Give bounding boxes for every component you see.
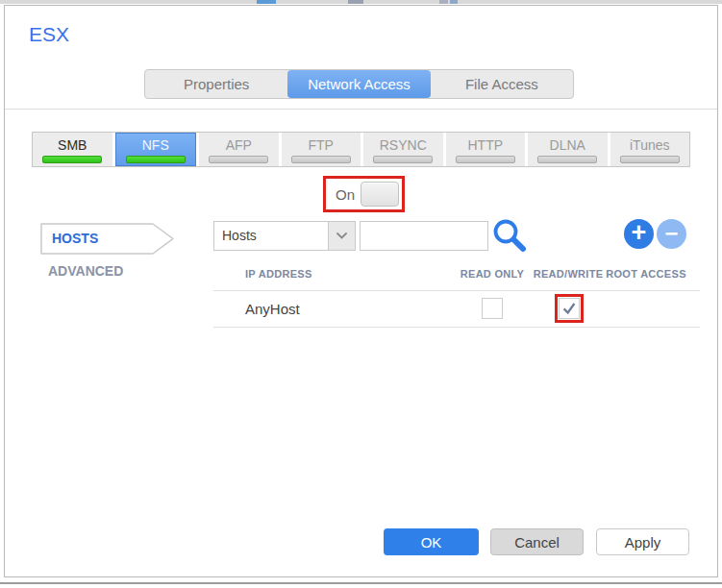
- page-title: ESX: [29, 23, 69, 46]
- minus-icon: −: [664, 222, 678, 245]
- dropdown-selected-value: Hosts: [222, 228, 257, 243]
- tab-itunes[interactable]: iTunes: [610, 133, 690, 166]
- tab-nfs-label: NFS: [142, 137, 169, 153]
- tab-afp[interactable]: AFP: [199, 133, 279, 166]
- tab-network-access[interactable]: Network Access: [287, 70, 430, 98]
- itunes-disabled-indicator: [620, 156, 680, 163]
- remove-host-button[interactable]: −: [657, 219, 686, 249]
- tab-http[interactable]: HTTP: [446, 133, 526, 166]
- tab-file-access[interactable]: File Access: [431, 70, 573, 98]
- main-tab-bar: Properties Network Access File Access: [144, 69, 574, 99]
- background-fragment: [257, 0, 276, 4]
- nfs-enabled-indicator: [126, 156, 186, 163]
- search-input[interactable]: [360, 221, 488, 251]
- hosts-filter-dropdown[interactable]: Hosts: [213, 221, 356, 251]
- sidebar-item-advanced[interactable]: ADVANCED: [48, 263, 123, 279]
- tab-rsync-label: RSYNC: [380, 137, 427, 153]
- column-header-ip-address: IP ADDRESS: [245, 268, 312, 280]
- host-row-ip: AnyHost: [245, 301, 300, 317]
- sidebar-item-hosts-label: HOSTS: [52, 231, 98, 246]
- tab-nfs[interactable]: NFS: [115, 133, 197, 166]
- ok-button[interactable]: OK: [384, 528, 479, 555]
- nfs-toggle-label: On: [336, 186, 355, 203]
- ftp-disabled-indicator: [291, 156, 351, 163]
- nfs-toggle[interactable]: [361, 182, 399, 207]
- tab-ftp[interactable]: FTP: [282, 133, 361, 166]
- protocol-tab-bar: SMB NFS AFP FTP RSYNC HTTP DLNA iTunes: [32, 132, 690, 167]
- afp-disabled-indicator: [209, 156, 268, 163]
- sidebar-item-hosts[interactable]: HOSTS: [40, 223, 175, 255]
- tab-afp-label: AFP: [226, 137, 252, 153]
- tab-dlna[interactable]: DLNA: [528, 133, 608, 166]
- share-settings-dialog: ESX Properties Network Access File Acces…: [4, 5, 718, 577]
- column-header-root-access: ROOT ACCESS: [593, 268, 699, 280]
- apply-button[interactable]: Apply: [596, 528, 689, 555]
- background-fragment: [439, 0, 448, 4]
- table-divider: [213, 327, 700, 328]
- table-divider: [213, 290, 700, 291]
- background-fragment: [348, 0, 363, 4]
- chevron-down-icon: [328, 222, 355, 250]
- read-only-checkbox[interactable]: [482, 298, 503, 319]
- background-window-edge: [0, 0, 722, 4]
- tab-smb-label: SMB: [58, 137, 87, 153]
- tab-properties[interactable]: Properties: [145, 70, 287, 98]
- background-fragment: [450, 0, 458, 4]
- search-icon[interactable]: [491, 217, 530, 256]
- read-write-checkbox[interactable]: [559, 298, 580, 319]
- tab-ftp-label: FTP: [309, 137, 334, 153]
- http-disabled-indicator: [456, 156, 515, 163]
- dlna-disabled-indicator: [537, 156, 597, 163]
- tab-rsync[interactable]: RSYNC: [363, 133, 443, 166]
- cancel-button[interactable]: Cancel: [490, 528, 584, 555]
- tab-http-label: HTTP: [467, 137, 503, 153]
- add-host-button[interactable]: +: [624, 219, 654, 249]
- divider: [5, 109, 717, 110]
- tab-smb[interactable]: SMB: [33, 133, 112, 166]
- check-icon: [560, 300, 578, 317]
- tab-dlna-label: DLNA: [550, 137, 585, 153]
- tab-itunes-label: iTunes: [630, 137, 670, 153]
- read-write-checkbox-highlight: [555, 294, 584, 323]
- rsync-disabled-indicator: [373, 156, 433, 163]
- plus-icon: +: [632, 220, 647, 246]
- background-window-edge-bottom: [0, 582, 722, 584]
- nfs-toggle-highlight: On: [323, 176, 405, 212]
- smb-enabled-indicator: [42, 156, 102, 163]
